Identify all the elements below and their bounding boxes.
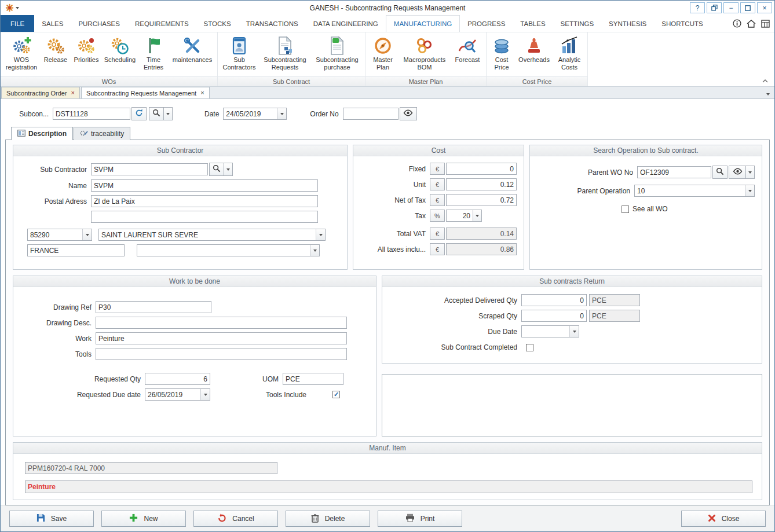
fixed-cost-input[interactable]: 0 (446, 163, 517, 175)
requested-qty-input[interactable]: 6 (145, 373, 210, 385)
help-button[interactable]: ? (690, 2, 705, 13)
gears-plus-icon (12, 35, 31, 56)
parent-wo-search-button[interactable] (712, 166, 728, 179)
ribbon-maintenances-button[interactable]: maintenances (169, 34, 215, 64)
cancel-button[interactable]: Cancel (193, 511, 278, 527)
menu-tab-data-engineering[interactable]: DATA ENGINEERING (306, 15, 386, 32)
requested-due-date-picker[interactable]: 26/05/2019 (145, 388, 210, 401)
ribbon-forecast-button[interactable]: Forecast (451, 34, 484, 64)
zip-combo[interactable]: 85290 (27, 229, 92, 241)
info-icon[interactable] (733, 19, 741, 28)
tools-input[interactable] (96, 348, 347, 360)
net-of-tax-input[interactable]: 0.72 (446, 194, 517, 206)
parent-wo-input[interactable]: OF12309 (637, 166, 711, 178)
drawing-ref-input[interactable]: P30 (96, 301, 211, 313)
menu-tab-purchases[interactable]: PURCHASES (71, 15, 127, 32)
print-button[interactable]: Print (378, 511, 462, 527)
ribbon-overheads-button[interactable]: Overheads (515, 34, 553, 64)
accepted-qty-label: Accepted Delivered Qty (389, 296, 521, 304)
view-order-button[interactable] (400, 107, 417, 120)
refresh-button[interactable] (131, 107, 147, 120)
ribbon-wos-registration-button[interactable]: WOS registration (2, 34, 41, 71)
minimize-button[interactable]: − (723, 2, 739, 13)
close-tab-icon[interactable]: × (71, 90, 75, 96)
ribbon-release-button[interactable]: Release (41, 34, 71, 64)
maximize-button[interactable] (740, 2, 755, 13)
save-button[interactable]: Save (9, 511, 94, 527)
new-button[interactable]: New (101, 511, 186, 527)
parent-wo-dropdown[interactable] (746, 166, 755, 179)
ribbon-subcontracting-requests-button[interactable]: Subcontracting Requests (259, 34, 311, 71)
sub-contract-completed-checkbox[interactable] (526, 344, 533, 351)
menu-tab-synthesis[interactable]: SYNTHESIS (601, 15, 654, 32)
parent-wo-view-button[interactable] (729, 166, 746, 179)
menu-tab-sales[interactable]: SALES (34, 15, 71, 32)
region-combo[interactable] (137, 244, 320, 256)
ribbon-macroproducts-bom-button[interactable]: Macroproducts BOM (399, 34, 451, 71)
ribbon-subcontracting-purchase-button[interactable]: Subcontracting purchase (311, 34, 363, 71)
close-button[interactable]: Close (681, 511, 766, 527)
doc-tab-subcontracting-requests-management[interactable]: Subcontracting Requests Management × (81, 87, 210, 98)
ribbon-analytic-costs-button[interactable]: Analytic Costs (553, 34, 586, 71)
postal-address-input[interactable]: ZI de La Paix (91, 195, 318, 207)
tax-rate-dropdown[interactable] (473, 210, 482, 222)
due-date-picker[interactable] (521, 325, 579, 337)
close-tab-icon[interactable]: × (200, 90, 204, 96)
app-logo-icon (5, 3, 14, 12)
tab-traceability[interactable]: traceability (74, 127, 130, 140)
quick-access-dropdown-icon[interactable] (16, 7, 19, 9)
sub-contractor-search-button[interactable] (209, 163, 224, 176)
tab-description[interactable]: Description (11, 127, 73, 140)
ribbon-sub-contractors-button[interactable]: Sub Contractors (220, 34, 259, 71)
ribbon-master-plan-button[interactable]: Master Plan (367, 34, 399, 71)
unit-cost-input[interactable]: 0.12 (446, 178, 517, 190)
search-record-button[interactable] (149, 107, 164, 120)
country-input[interactable]: FRANCE (27, 244, 125, 256)
work-input[interactable]: Peinture (96, 332, 347, 344)
accepted-qty-input[interactable]: 0 (521, 294, 587, 306)
refresh-icon (135, 109, 143, 119)
return-notes-textarea[interactable] (382, 374, 762, 436)
ribbon-scheduling-button[interactable]: Scheduling (102, 34, 138, 64)
uom-input[interactable]: PCE (283, 373, 343, 385)
page-tabs: Description traceability (5, 126, 770, 140)
date-picker[interactable]: 24/05/2019 (223, 108, 287, 120)
subcon-input[interactable]: DST11128 (53, 108, 130, 120)
menu-tab-file[interactable]: FILE (1, 15, 34, 32)
city-combo[interactable]: SAINT LAURENT SUR SEVRE (98, 229, 326, 241)
home-icon[interactable] (747, 20, 756, 28)
see-all-wo-checkbox[interactable] (622, 206, 629, 213)
sub-contract-completed-label: Sub Contract Completed (389, 343, 521, 351)
menu-tab-requirements[interactable]: REQUIREMENTS (127, 15, 196, 32)
order-no-input[interactable] (343, 108, 399, 120)
tools-include-checkbox[interactable]: ✓ (332, 391, 340, 398)
delete-button[interactable]: Delete (286, 511, 370, 527)
drawing-desc-input[interactable] (96, 317, 347, 329)
ribbon-collapse-icon[interactable] (761, 78, 770, 85)
sub-contractor-search-dropdown[interactable] (224, 163, 233, 176)
sub-contractor-input[interactable]: SVPM (91, 163, 208, 175)
menu-tab-settings[interactable]: SETTINGS (553, 15, 602, 32)
grid-view-icon[interactable] (761, 20, 770, 28)
parent-operation-combo[interactable]: 10 (634, 185, 755, 197)
ribbon-priorities-button[interactable]: Priorities (71, 34, 102, 64)
tax-rate-input[interactable]: 20 (446, 210, 473, 222)
menu-tab-transactions[interactable]: TRANSACTIONS (239, 15, 306, 32)
ribbon-cost-price-button[interactable]: Cost Price (488, 34, 515, 71)
menu-tab-progress[interactable]: PROGRESS (460, 15, 513, 32)
doc-tab-subcontracting-order[interactable]: Subcontracting Order × (1, 87, 80, 98)
postal-address2-input[interactable] (91, 211, 318, 223)
close-window-button[interactable]: × (757, 2, 772, 13)
restore-window-button[interactable] (707, 2, 722, 13)
ribbon-time-entries-button[interactable]: Time Entries (138, 34, 169, 71)
scraped-qty-input[interactable]: 0 (521, 310, 587, 322)
name-input[interactable]: SVPM (91, 179, 318, 192)
ribbon-item-label: Release (44, 56, 67, 64)
menu-tab-stocks[interactable]: STOCKS (196, 15, 239, 32)
menu-tab-manufacturing[interactable]: MANUFACTURING (386, 15, 460, 32)
search-dropdown-button[interactable] (164, 107, 173, 120)
tab-list-dropdown-icon[interactable] (766, 93, 770, 96)
menu-tab-tables[interactable]: TABLES (513, 15, 553, 32)
sub-contractor-label: Sub Contractor (20, 166, 91, 174)
menu-tab-shortcuts[interactable]: SHORTCUTS (654, 15, 710, 32)
